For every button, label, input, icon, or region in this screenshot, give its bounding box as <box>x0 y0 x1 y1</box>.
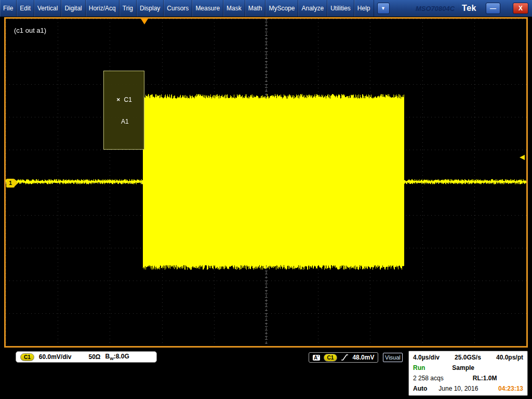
menu-item-utilities[interactable]: Utilities <box>327 0 354 17</box>
model-watermark: MSO70804C <box>416 5 455 12</box>
trigger-a-badge: A' <box>313 355 320 361</box>
cursor-row-c1: ✕ C1 <box>116 96 132 103</box>
acq-count: 2 258 acqs <box>413 375 444 382</box>
trigger-source-badge: C1 <box>324 354 338 362</box>
run-state-row: Run Sample <box>413 363 523 373</box>
cursor-row-a1: A1 <box>121 118 129 125</box>
close-icon: X <box>518 5 523 12</box>
clock: 04:23:13 <box>498 385 523 392</box>
menu-item-mask[interactable]: Mask <box>223 0 245 17</box>
close-button[interactable]: X <box>513 3 528 14</box>
menu-item-file[interactable]: File <box>0 0 17 17</box>
trigger-mode: Auto <box>413 385 427 392</box>
menu-dropdown-button[interactable]: ▼ <box>377 3 390 14</box>
menu-item-measure[interactable]: Measure <box>192 0 223 17</box>
horizontal-readout-row: 4.0µs/div 25.0GS/s 40.0ps/pt <box>413 352 523 363</box>
menu-items: FileEditVerticalDigitalHoriz/AcqTrigDisp… <box>0 0 374 17</box>
acquisition-panel[interactable]: 4.0µs/div 25.0GS/s 40.0ps/pt Run Sample … <box>408 351 528 396</box>
menu-item-vertical[interactable]: Vertical <box>34 0 61 17</box>
date: June 10, 2016 <box>438 385 478 392</box>
timebase: 4.0µs/div <box>413 354 440 361</box>
graticule-canvas[interactable] <box>6 19 526 346</box>
waveform-display: (c1 out a1) ✕ C1 A1 1 <box>4 17 528 348</box>
cursor-label-a1: A1 <box>121 118 129 125</box>
status-bar: C1 60.0mV/div 50Ω BW:8.0G A' C1 48.0mV V… <box>0 349 532 399</box>
record-length: RL:1.0M <box>473 375 497 382</box>
menu-item-display[interactable]: Display <box>137 0 164 17</box>
menu-item-myscope[interactable]: MyScope <box>265 0 298 17</box>
cursor-readout-box[interactable]: ✕ C1 A1 <box>103 71 144 150</box>
acquisition-mode: Sample <box>452 364 474 371</box>
trigger-position-marker[interactable] <box>141 19 148 24</box>
rising-edge-icon <box>341 354 349 361</box>
minimize-icon: — <box>490 5 496 12</box>
menu-bar: FileEditVerticalDigitalHoriz/AcqTrigDisp… <box>0 0 532 17</box>
run-state: Run <box>413 364 425 371</box>
trigger-level-arrow[interactable] <box>520 155 525 160</box>
menu-item-edit[interactable]: Edit <box>17 0 34 17</box>
channel-1-badge: C1 <box>20 353 34 361</box>
trigger-level-value: 48.0mV <box>352 354 374 361</box>
menubar-spacer <box>392 0 416 17</box>
cursor-marker-icon: ✕ <box>116 97 121 102</box>
acq-count-row: 2 258 acqs RL:1.0M <box>413 373 523 383</box>
channel-1-scale: 60.0mV/div <box>39 353 72 361</box>
cursor-label-c1: C1 <box>124 96 132 103</box>
menu-item-horiz-acq[interactable]: Horiz/Acq <box>86 0 119 17</box>
channel-1-marker[interactable]: 1 <box>6 179 15 188</box>
channel-1-readout[interactable]: C1 60.0mV/div 50Ω BW:8.0G <box>16 351 157 363</box>
channel-1-bandwidth: BW:8.0G <box>105 353 129 361</box>
resolution: 40.0ps/pt <box>496 354 523 361</box>
channel-1-termination: 50Ω <box>89 353 101 361</box>
sample-rate: 25.0GS/s <box>455 354 481 361</box>
channel-1-marker-label: 1 <box>9 180 12 186</box>
trigger-readout[interactable]: A' C1 48.0mV <box>309 352 378 363</box>
menu-item-analyze[interactable]: Analyze <box>298 0 327 17</box>
menu-item-trig[interactable]: Trig <box>119 0 137 17</box>
minimize-button[interactable]: — <box>486 3 500 14</box>
menu-item-digital[interactable]: Digital <box>61 0 85 17</box>
tek-logo: Tek <box>462 4 476 13</box>
screen-annotation: (c1 out a1) <box>14 26 46 34</box>
menu-item-math[interactable]: Math <box>245 0 266 17</box>
chevron-down-icon: ▼ <box>381 6 385 11</box>
menu-item-cursors[interactable]: Cursors <box>164 0 192 17</box>
visual-trigger-button[interactable]: Visual <box>383 353 403 362</box>
menu-item-help[interactable]: Help <box>354 0 374 17</box>
clock-row: Auto June 10, 2016 04:23:13 <box>413 383 523 394</box>
